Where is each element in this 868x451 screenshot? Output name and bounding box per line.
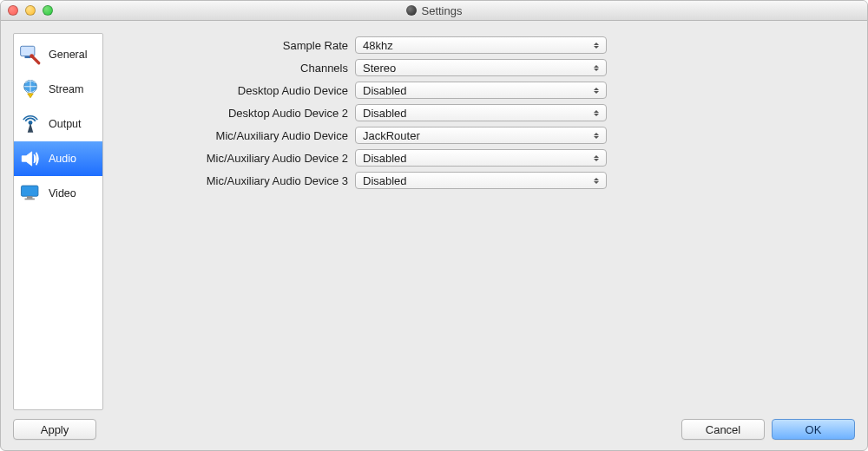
select-value: JackRouter	[363, 129, 420, 142]
row-mic-aux-3: Mic/Auxiliary Audio Device 3 Disabled	[115, 172, 855, 189]
settings-sidebar: General Stream	[13, 33, 103, 410]
settings-window: Settings General	[0, 0, 868, 451]
row-mic-aux-2: Mic/Auxiliary Audio Device 2 Disabled	[115, 149, 855, 167]
label-mic-aux-3: Mic/Auxiliary Audio Device 3	[115, 174, 348, 187]
monitor-icon	[17, 180, 43, 206]
select-value: Stereo	[363, 62, 396, 75]
wrench-icon	[17, 42, 43, 68]
button-bar: Apply Cancel OK	[1, 410, 867, 450]
stepper-arrows-icon	[590, 82, 602, 98]
audio-settings-form: Sample Rate 48khz Channels Stereo Deskto…	[115, 33, 855, 410]
speaker-icon	[17, 146, 43, 172]
svg-rect-6	[27, 196, 33, 198]
select-mic-aux-3[interactable]: Disabled	[355, 172, 607, 189]
sidebar-item-video[interactable]: Video	[14, 176, 102, 211]
label-mic-aux: Mic/Auxiliary Audio Device	[115, 129, 348, 142]
select-value: Disabled	[363, 107, 407, 120]
ok-button-label: OK	[806, 423, 822, 436]
minimize-window-button[interactable]	[25, 5, 36, 16]
select-value: Disabled	[363, 174, 407, 187]
svg-rect-5	[21, 186, 38, 196]
ok-button[interactable]: OK	[772, 419, 855, 440]
svg-rect-7	[25, 199, 35, 200]
close-window-button[interactable]	[8, 5, 18, 16]
sidebar-item-audio[interactable]: Audio	[14, 141, 102, 176]
globe-icon	[17, 76, 43, 102]
content-area: General Stream	[1, 21, 867, 410]
select-value: 48khz	[363, 39, 393, 52]
row-desktop-audio-2: Desktop Audio Device 2 Disabled	[115, 104, 855, 121]
app-icon	[406, 5, 417, 16]
select-value: Disabled	[363, 152, 407, 165]
sidebar-item-stream[interactable]: Stream	[14, 72, 102, 107]
sidebar-item-output[interactable]: Output	[14, 107, 102, 141]
cancel-button-label: Cancel	[706, 423, 740, 436]
sidebar-item-label: Audio	[49, 153, 76, 165]
window-title: Settings	[1, 4, 867, 17]
window-controls	[8, 5, 53, 16]
sidebar-item-general[interactable]: General	[14, 37, 102, 72]
sidebar-item-label: Output	[49, 118, 82, 130]
stepper-arrows-icon	[590, 37, 602, 53]
svg-point-2	[30, 54, 34, 58]
select-sample-rate[interactable]: 48khz	[355, 36, 607, 54]
svg-rect-1	[25, 56, 31, 58]
row-mic-aux: Mic/Auxiliary Audio Device JackRouter	[115, 127, 855, 144]
window-title-text: Settings	[422, 4, 463, 17]
row-sample-rate: Sample Rate 48khz	[115, 36, 855, 54]
sidebar-item-label: Video	[49, 187, 76, 199]
select-value: Disabled	[363, 84, 407, 97]
stepper-arrows-icon	[590, 173, 602, 188]
select-desktop-audio-2[interactable]: Disabled	[355, 104, 607, 121]
stepper-arrows-icon	[590, 127, 602, 143]
row-desktop-audio: Desktop Audio Device Disabled	[115, 82, 855, 99]
label-mic-aux-2: Mic/Auxiliary Audio Device 2	[115, 152, 348, 165]
select-channels[interactable]: Stereo	[355, 59, 607, 76]
stepper-arrows-icon	[590, 150, 602, 166]
apply-button-label: Apply	[41, 423, 69, 436]
label-desktop-audio-2: Desktop Audio Device 2	[115, 107, 348, 120]
label-sample-rate: Sample Rate	[115, 39, 348, 52]
row-channels: Channels Stereo	[115, 59, 855, 76]
cancel-button[interactable]: Cancel	[681, 419, 765, 440]
select-desktop-audio[interactable]: Disabled	[355, 82, 607, 99]
titlebar: Settings	[1, 1, 867, 21]
zoom-window-button[interactable]	[43, 5, 53, 16]
label-channels: Channels	[115, 62, 348, 75]
apply-button[interactable]: Apply	[13, 419, 96, 440]
label-desktop-audio: Desktop Audio Device	[115, 84, 348, 97]
antenna-icon	[17, 111, 43, 137]
sidebar-item-label: Stream	[49, 83, 83, 95]
sidebar-item-label: General	[49, 49, 87, 61]
stepper-arrows-icon	[590, 60, 602, 75]
stepper-arrows-icon	[590, 105, 602, 121]
select-mic-aux[interactable]: JackRouter	[355, 127, 607, 144]
select-mic-aux-2[interactable]: Disabled	[355, 149, 607, 167]
